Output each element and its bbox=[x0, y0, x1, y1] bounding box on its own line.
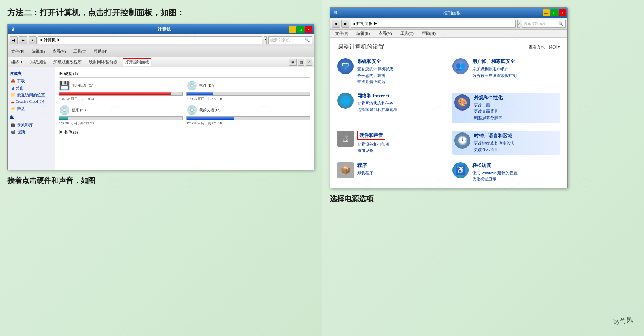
cp-network-link-1[interactable]: 选择家庭组和共享选项 bbox=[357, 107, 445, 113]
search-box[interactable]: 搜索 计算机 🔍 bbox=[268, 36, 312, 44]
cp-user-links: 添加或删除用户帐户 为所有用户设置家长控制 bbox=[472, 66, 560, 79]
refresh-button[interactable]: ↺ bbox=[264, 36, 267, 44]
menu-file[interactable]: 文件(F) bbox=[10, 48, 26, 55]
menu-edit[interactable]: 编辑(E) bbox=[30, 48, 47, 55]
close-button[interactable]: ✕ bbox=[305, 26, 312, 33]
forward-button[interactable]: ▶ bbox=[19, 36, 27, 44]
cp-appearance-link-2[interactable]: 调整屏幕分辨率 bbox=[474, 115, 558, 122]
menu-view[interactable]: 查看(V) bbox=[51, 48, 68, 55]
cp-item-programs: 📦 程序 卸载程序 bbox=[337, 162, 445, 183]
quick-icon: ⚡ bbox=[11, 106, 16, 111]
cp-ease-link-0[interactable]: 使用 Windows 建议的设置 bbox=[472, 170, 560, 176]
favorites-section-title: 收藏夹 bbox=[10, 71, 53, 76]
appearance-icon: 🎨 bbox=[454, 94, 470, 111]
cp-appearance-link-1[interactable]: 更改桌面背景 bbox=[474, 108, 558, 115]
cp-clock-link-0[interactable]: 更改键盘或其他输入法 bbox=[474, 140, 558, 147]
drive-f-icon: 💿 bbox=[186, 105, 197, 115]
cp-window-controls[interactable]: — □ ✕ bbox=[543, 9, 566, 16]
storm-icon: 🎬 bbox=[11, 123, 16, 127]
sidebar-item-quick[interactable]: ⚡ 快盘 bbox=[10, 105, 53, 112]
cp-close-button[interactable]: ✕ bbox=[559, 9, 566, 16]
cp-programs-link-0[interactable]: 卸载程序 bbox=[357, 170, 445, 176]
cp-back-button[interactable]: ◀ bbox=[332, 20, 340, 28]
cp-item-user-text: 用户帐户和家庭安全 添加或删除用户帐户 为所有用户设置家长控制 bbox=[472, 58, 560, 79]
cp-system-link-0[interactable]: 查看您的计算机状态 bbox=[357, 66, 445, 72]
sidebar-item-download[interactable]: 📥 下载 bbox=[10, 78, 53, 85]
cp-network-title[interactable]: 网络和 Internet bbox=[357, 93, 445, 99]
menu-tools[interactable]: 工具(T) bbox=[71, 48, 88, 55]
cp-search-icon[interactable]: 🔍 bbox=[558, 21, 563, 26]
cp-system-link-2[interactable]: 查找并解决问题 bbox=[357, 79, 445, 85]
help-button[interactable]: ? bbox=[306, 59, 312, 66]
cp-minimize-button[interactable]: — bbox=[543, 9, 550, 16]
cp-item-network: 🌐 网络和 Internet 查看网络状态和任务 选择家庭组和共享选项 bbox=[337, 93, 445, 123]
search-icon[interactable]: 🔍 bbox=[305, 38, 310, 42]
cp-nav-path[interactable]: ■ 控制面板 ▶ bbox=[351, 20, 516, 28]
cp-refresh-button[interactable]: ↺ bbox=[517, 20, 520, 28]
cp-view-label[interactable]: 查看方式：类别 ▾ bbox=[529, 44, 560, 50]
cp-item-system-text: 系统和安全 查看您的计算机状态 备份您的计算机 查找并解决问题 bbox=[357, 58, 445, 85]
cp-item-network-text: 网络和 Internet 查看网络状态和任务 选择家庭组和共享选项 bbox=[357, 93, 445, 113]
toolbar-open-control[interactable]: 打开控制面板 bbox=[123, 58, 151, 66]
up-button[interactable]: ▲ bbox=[29, 36, 37, 44]
cp-hardware-link-0[interactable]: 查看设备和打印机 bbox=[357, 141, 445, 148]
cp-item-user: 👥 用户帐户和家庭安全 添加或删除用户帐户 为所有用户设置家长控制 bbox=[452, 58, 560, 85]
drive-e-icon: 💿 bbox=[59, 105, 70, 115]
cp-network-link-0[interactable]: 查看网络状态和任务 bbox=[357, 100, 445, 107]
cp-menu-tools[interactable]: 工具(T) bbox=[399, 30, 415, 37]
cp-forward-button[interactable]: ▶ bbox=[341, 20, 349, 28]
control-panel-window: 🖥 控制面板 — □ ✕ ◀ ▶ ■ 控制面板 ▶ ↺ 搜索控制面板 🔍 文件(… bbox=[330, 7, 568, 188]
left-sub-title: 接着点击硬件和声音，如图 bbox=[7, 176, 314, 186]
library-section-title: 库 bbox=[10, 115, 53, 120]
cp-user-title[interactable]: 用户帐户和家庭安全 bbox=[472, 58, 560, 65]
toolbar-uninstall[interactable]: 卸载或更改程序 bbox=[52, 59, 84, 66]
cp-items-grid: 🛡 系统和安全 查看您的计算机状态 备份您的计算机 查找并解决问题 👥 bbox=[337, 58, 560, 183]
cp-menu-view[interactable]: 查看(V) bbox=[377, 30, 393, 37]
cp-user-link-1[interactable]: 为所有用户设置家长控制 bbox=[472, 72, 560, 79]
download-icon: 📥 bbox=[11, 79, 16, 83]
cp-maximize-button[interactable]: □ bbox=[551, 9, 558, 16]
cp-menu-help[interactable]: 帮助(H) bbox=[421, 30, 437, 37]
cp-system-link-1[interactable]: 备份您的计算机 bbox=[357, 72, 445, 79]
cp-menu-file[interactable]: 文件(F) bbox=[334, 30, 349, 37]
cp-clock-link-1[interactable]: 更改显示语言 bbox=[474, 146, 558, 153]
window-controls[interactable]: — □ ✕ bbox=[289, 26, 312, 33]
cp-appearance-link-0[interactable]: 更改主题 bbox=[474, 102, 558, 109]
cp-ease-title[interactable]: 轻松访问 bbox=[472, 162, 560, 169]
nav-path[interactable]: ■ 计算机 ▶ bbox=[38, 36, 262, 44]
toolbar-map-drive[interactable]: 映射网络驱动器 bbox=[87, 59, 119, 66]
cp-search-box[interactable]: 搜索控制面板 🔍 bbox=[522, 20, 566, 28]
cp-clock-title[interactable]: 时钟、语言和区域 bbox=[474, 132, 558, 139]
cp-item-clock-text: 时钟、语言和区域 更改键盘或其他输入法 更改显示语言 bbox=[474, 132, 558, 153]
hardware-icon: 🖨 bbox=[337, 131, 354, 147]
cp-item-system-security: 🛡 系统和安全 查看您的计算机状态 备份您的计算机 查找并解决问题 bbox=[337, 58, 445, 85]
back-button[interactable]: ◀ bbox=[10, 36, 18, 44]
menu-help[interactable]: 帮助(H) bbox=[92, 48, 109, 55]
toolbar-properties[interactable]: 系统属性 bbox=[28, 59, 48, 66]
maximize-button[interactable]: □ bbox=[297, 26, 304, 33]
cp-appearance-title[interactable]: 外观和个性化 bbox=[474, 94, 558, 101]
cp-ease-link-1[interactable]: 优化视觉显示 bbox=[472, 176, 560, 183]
cp-user-link-0[interactable]: 添加或删除用户帐户 bbox=[472, 66, 560, 72]
toolbar-organize[interactable]: 组织 ▾ bbox=[10, 59, 25, 66]
cp-menu-edit[interactable]: 编辑(E) bbox=[355, 30, 371, 37]
sidebar-item-storm[interactable]: 🎬 暴风影库 bbox=[10, 122, 53, 128]
cp-system-links: 查看您的计算机状态 备份您的计算机 查找并解决问题 bbox=[357, 66, 445, 85]
view-button-2[interactable]: ▤ bbox=[298, 59, 304, 66]
drive-d-label: 软件 (D:) bbox=[199, 83, 214, 88]
cp-system-title[interactable]: 系统和安全 bbox=[357, 58, 445, 65]
cp-hardware-title[interactable]: 硬件和声音 bbox=[357, 131, 385, 140]
sidebar-item-creative-cloud[interactable]: ☁ Creative Cloud 文件 bbox=[10, 98, 53, 105]
cp-titlebar: 🖥 控制面板 — □ ✕ bbox=[330, 8, 567, 18]
drives-grid: 💾 本地磁盘 (C:) 9.48 GB 可用，共 100 GB 💿 软件 (D:… bbox=[59, 81, 310, 126]
drive-e: 💿 娱乐 (E:) 259 GB 可用，共 277 GB bbox=[59, 105, 183, 126]
minimize-button[interactable]: — bbox=[289, 26, 296, 33]
sidebar-item-video[interactable]: 📹 视频 bbox=[10, 128, 53, 135]
sidebar-item-recent[interactable]: 📁 最近访问的位置 bbox=[10, 92, 53, 98]
view-button-1[interactable]: ⊞ bbox=[289, 59, 297, 66]
sidebar-item-desktop[interactable]: 🖥 桌面 bbox=[10, 85, 53, 92]
cp-programs-title[interactable]: 程序 bbox=[357, 162, 445, 169]
ease-icon: ♿ bbox=[452, 162, 469, 178]
cp-hardware-link-1[interactable]: 添加设备 bbox=[357, 148, 445, 154]
drive-c-info: 9.48 GB 可用，共 100 GB bbox=[59, 97, 183, 101]
